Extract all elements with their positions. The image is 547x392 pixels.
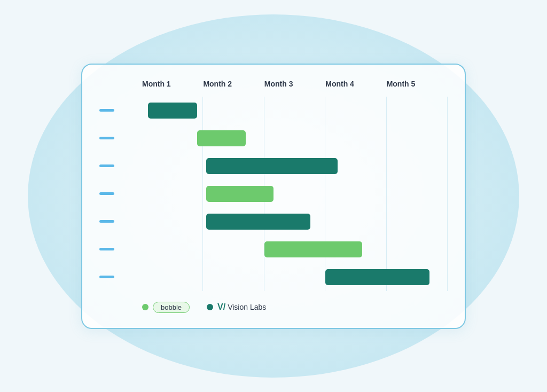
legend-visionlabs-dot xyxy=(207,304,213,310)
legend-bobble: bobble xyxy=(142,302,190,313)
chart-row-4 xyxy=(99,180,448,208)
row-bars-3 xyxy=(142,152,448,180)
chart-row-7 xyxy=(99,263,448,291)
chart-body xyxy=(99,97,448,291)
bar-4-1 xyxy=(206,186,274,202)
legend-visionlabs-text: V/ Vision Labs xyxy=(217,302,266,312)
legend: bobble V/ Vision Labs xyxy=(142,302,448,313)
row-bars-4 xyxy=(142,180,448,208)
bar-2-1 xyxy=(197,130,246,146)
legend-visionlabs: V/ Vision Labs xyxy=(207,302,266,312)
month-2-header: Month 2 xyxy=(203,80,264,88)
row-dash-7 xyxy=(99,276,114,278)
chart-row-2 xyxy=(99,124,448,152)
row-label-3 xyxy=(99,164,142,167)
month-1-header: Month 1 xyxy=(142,80,203,88)
chart-header: Month 1 Month 2 Month 3 Month 4 Month 5 xyxy=(142,80,448,88)
visionlabs-icon: V/ xyxy=(217,302,225,312)
chart-row-5 xyxy=(99,208,448,236)
legend-bobble-dot xyxy=(142,304,149,310)
row-dash-1 xyxy=(99,109,114,112)
row-dash-6 xyxy=(99,248,114,250)
row-bars-7 xyxy=(142,263,448,291)
row-bars-6 xyxy=(142,236,448,263)
month-4-header: Month 4 xyxy=(325,80,386,88)
gantt-chart-card: Month 1 Month 2 Month 3 Month 4 Month 5 xyxy=(81,64,466,329)
bar-3-1 xyxy=(206,158,338,174)
month-3-header: Month 3 xyxy=(264,80,325,88)
row-label-1 xyxy=(99,109,142,112)
row-dash-5 xyxy=(99,220,114,223)
chart-row-3 xyxy=(99,152,448,180)
row-dash-4 xyxy=(99,192,114,195)
row-dash-2 xyxy=(99,137,114,139)
month-5-header: Month 5 xyxy=(387,80,448,88)
chart-row-1 xyxy=(99,97,448,124)
legend-visionlabs-label: Vision Labs xyxy=(228,303,266,311)
row-bars-2 xyxy=(142,124,448,152)
row-label-5 xyxy=(99,220,142,223)
row-bars-1 xyxy=(142,97,448,124)
row-label-4 xyxy=(99,192,142,195)
bar-1-1 xyxy=(148,103,197,119)
row-dash-3 xyxy=(99,164,114,167)
chart-row-6 xyxy=(99,236,448,263)
row-bars-5 xyxy=(142,208,448,236)
bar-7-1 xyxy=(325,269,429,285)
bar-6-1 xyxy=(264,241,362,257)
bar-5-1 xyxy=(206,214,310,230)
row-label-6 xyxy=(99,248,142,250)
row-label-7 xyxy=(99,276,142,278)
legend-bobble-badge: bobble xyxy=(153,302,190,313)
row-label-2 xyxy=(99,137,142,139)
